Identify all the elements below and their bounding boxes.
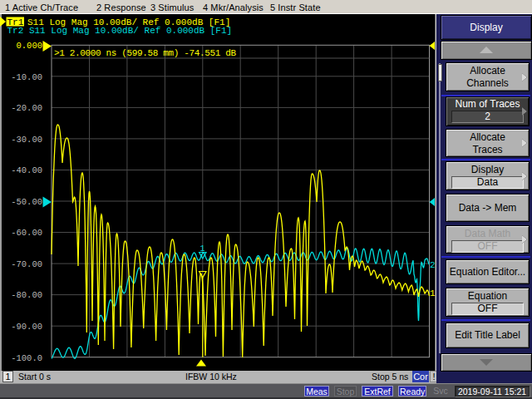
svg-text:-40.00: -40.00 — [11, 165, 42, 175]
svg-text:0.000: 0.000 — [16, 41, 42, 51]
svg-text:1: 1 — [200, 244, 205, 254]
svg-text:>1 2.0000 ns (599.58 mm) -74.: >1 2.0000 ns (599.58 mm) -74.551 dB — [54, 48, 236, 58]
svg-text:1: 1 — [430, 288, 436, 298]
svg-text:-60.00: -60.00 — [11, 228, 42, 238]
svg-text:-90.00: -90.00 — [11, 322, 42, 332]
svg-text:-100.0: -100.0 — [11, 353, 42, 363]
svg-text:-20.00: -20.00 — [11, 103, 42, 113]
svg-text:-10.00: -10.00 — [11, 72, 42, 82]
svg-text:-80.00: -80.00 — [11, 290, 42, 300]
svg-text:2: 2 — [430, 260, 436, 270]
svg-text:-50.00: -50.00 — [11, 197, 42, 207]
svg-text:-30.00: -30.00 — [11, 135, 42, 145]
svg-text:-70.00: -70.00 — [11, 259, 42, 269]
svg-text:Tr2 S11 Log Mag 10.00dB/ Ref 0: Tr2 S11 Log Mag 10.00dB/ Ref 0.000dB [F1… — [7, 26, 233, 36]
